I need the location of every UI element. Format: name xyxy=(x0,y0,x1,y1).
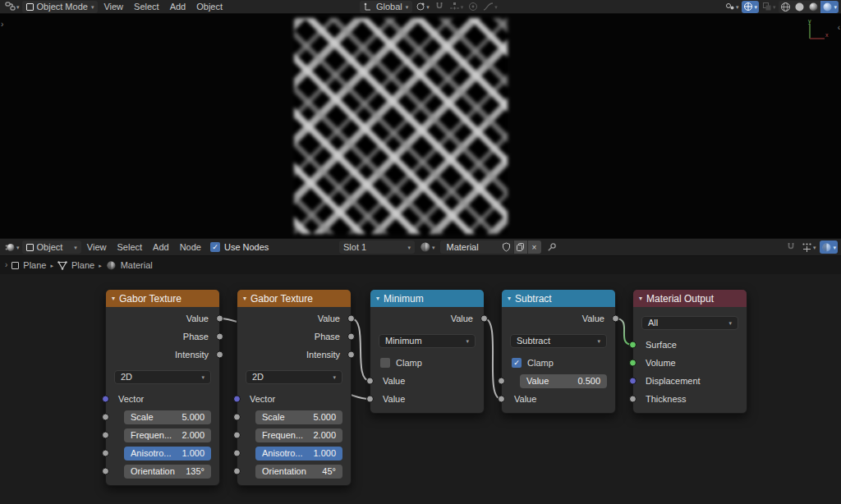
toolbar-toggle-arrow[interactable]: › xyxy=(1,21,3,29)
socket-anisotro[interactable] xyxy=(233,450,241,457)
node-gabor-texture-2-header[interactable]: ▾Gabor Texture xyxy=(237,290,351,307)
snap-pivot-button[interactable]: ▾ xyxy=(414,1,431,13)
frequen-field[interactable]: Frequen...2.000 xyxy=(124,428,211,442)
editor-type-button[interactable]: ▾ xyxy=(3,241,21,254)
show-gizmo-dropdown[interactable]: ▾ xyxy=(724,1,741,13)
breadcrumb-mesh[interactable]: Plane xyxy=(71,260,94,270)
node-subtract[interactable]: ▾SubtractValueSubtract▾✓ClampValue0.500V… xyxy=(501,289,616,414)
snap-target-dropdown[interactable]: ▾ xyxy=(448,1,466,13)
node-material-output-header[interactable]: ▾Material Output xyxy=(633,290,747,307)
shading-wireframe-button[interactable] xyxy=(779,1,793,13)
socket-orientation[interactable] xyxy=(102,468,109,475)
minimum-dropdown[interactable]: Minimum▾ xyxy=(379,334,476,348)
axis-gizmo[interactable]: y x xyxy=(803,19,831,47)
mode-selector[interactable]: Object Mode ▾ xyxy=(22,1,99,13)
collapse-chevron-icon[interactable]: ▾ xyxy=(112,296,115,302)
pin-button[interactable] xyxy=(547,242,557,252)
anisotro-field[interactable]: Anisotro...1.000 xyxy=(255,447,342,460)
subtract-dropdown[interactable]: Subtract▾ xyxy=(510,334,607,348)
editor-type-button[interactable]: ▾ xyxy=(3,1,21,13)
overlays-dropdown[interactable]: ▾ xyxy=(742,1,759,13)
node-minimum-header[interactable]: ▾Minimum xyxy=(370,290,484,307)
socket-value[interactable] xyxy=(498,378,505,385)
socket-value[interactable] xyxy=(366,378,374,385)
menu-select[interactable]: Select xyxy=(129,2,164,11)
breadcrumb-material[interactable]: Material xyxy=(121,260,153,270)
material-slot-dropdown[interactable]: Slot 1 ▾ xyxy=(339,241,415,254)
anisotro-field[interactable]: Anisotro...1.000 xyxy=(124,447,211,460)
socket-displacement[interactable] xyxy=(629,378,636,385)
shading-rendered-button[interactable]: ▾ xyxy=(820,1,839,13)
menu-node[interactable]: Node xyxy=(175,242,206,252)
node-gabor-texture-2[interactable]: ▾Gabor TextureValuePhaseIntensity2D▾Vect… xyxy=(237,289,352,486)
proportional-editing-toggle[interactable] xyxy=(466,1,480,13)
sidebar-toggle-arrow[interactable]: ‹ xyxy=(838,24,840,32)
socket-intensity[interactable] xyxy=(216,351,223,359)
socket-intensity[interactable] xyxy=(347,351,355,359)
viewport-3d[interactable]: › ‹ y x xyxy=(0,14,841,238)
menu-add[interactable]: Add xyxy=(148,242,174,252)
node-material-output[interactable]: ▾Material OutputAll▾SurfaceVolumeDisplac… xyxy=(632,289,747,414)
material-name-field[interactable]: Material xyxy=(440,242,499,252)
socket-vector[interactable] xyxy=(233,396,241,403)
orientation-field[interactable]: Orientation45° xyxy=(255,465,342,479)
socket-phase[interactable] xyxy=(216,333,223,341)
material-browse-button[interactable]: ▾ xyxy=(418,241,437,254)
socket-thickness[interactable] xyxy=(629,396,636,403)
checkbox-checked-icon[interactable]: ✓ xyxy=(512,358,522,368)
socket-value[interactable] xyxy=(498,396,505,403)
shading-solid-button[interactable] xyxy=(793,1,807,13)
collapse-chevron-icon[interactable]: ▾ xyxy=(639,296,642,302)
xray-toggle[interactable]: ▾ xyxy=(761,1,778,13)
node-minimum[interactable]: ▾MinimumValueMinimum▾ClampValueValue xyxy=(370,289,485,414)
collapse-chevron-icon[interactable]: ▾ xyxy=(508,296,511,302)
node-gabor-texture-1[interactable]: ▾Gabor TextureValuePhaseIntensity2D▾Vect… xyxy=(105,289,220,486)
snap-target-dropdown[interactable]: ▾ xyxy=(800,241,818,254)
proportional-falloff-dropdown[interactable]: ▾ xyxy=(481,1,499,13)
collapse-chevron-icon[interactable]: ▾ xyxy=(243,296,246,302)
scale-field[interactable]: Scale5.000 xyxy=(124,410,211,424)
socket-anisotro[interactable] xyxy=(102,450,109,457)
socket-value[interactable] xyxy=(366,396,374,403)
node-gabor-texture-1-header[interactable]: ▾Gabor Texture xyxy=(106,290,219,307)
socket-scale[interactable] xyxy=(102,414,109,421)
node-subtract-header[interactable]: ▾Subtract xyxy=(502,290,615,307)
scale-field[interactable]: Scale5.000 xyxy=(255,410,342,424)
menu-object[interactable]: Object xyxy=(191,2,227,11)
2d-dropdown[interactable]: 2D▾ xyxy=(246,370,342,384)
socket-value[interactable] xyxy=(612,315,619,323)
breadcrumb-toggle-arrow[interactable]: › xyxy=(5,261,7,269)
unlink-material-button[interactable]: × xyxy=(527,241,541,254)
preview-shading-dropdown[interactable]: ▾ xyxy=(820,241,838,254)
snap-toggle[interactable] xyxy=(784,241,797,254)
socket-value[interactable] xyxy=(347,315,355,323)
fake-user-button[interactable] xyxy=(499,241,513,254)
2d-dropdown[interactable]: 2D▾ xyxy=(114,370,211,384)
value-field[interactable]: Value0.500 xyxy=(520,374,607,388)
socket-frequen[interactable] xyxy=(102,432,109,439)
menu-view[interactable]: View xyxy=(82,242,112,252)
orientation-field[interactable]: Orientation135° xyxy=(124,465,211,479)
socket-vector[interactable] xyxy=(102,396,109,403)
socket-frequen[interactable] xyxy=(233,432,241,439)
all-dropdown[interactable]: All▾ xyxy=(641,316,738,330)
socket-surface[interactable] xyxy=(629,341,636,349)
socket-value[interactable] xyxy=(480,315,488,323)
breadcrumb-object[interactable]: Plane xyxy=(23,260,46,270)
socket-scale[interactable] xyxy=(233,414,241,421)
checkbox-unchecked-icon[interactable] xyxy=(380,358,390,368)
use-nodes-toggle[interactable]: ✓ Use Nodes xyxy=(210,242,269,252)
frequen-field[interactable]: Frequen...2.000 xyxy=(255,428,342,442)
shader-type-selector[interactable]: Object ▾ xyxy=(22,241,81,254)
menu-select[interactable]: Select xyxy=(112,242,147,252)
collapse-chevron-icon[interactable]: ▾ xyxy=(376,296,379,302)
socket-phase[interactable] xyxy=(347,333,355,341)
socket-value[interactable] xyxy=(216,315,223,323)
socket-volume[interactable] xyxy=(629,360,636,367)
node-editor-canvas[interactable]: ▾Gabor TextureValuePhaseIntensity2D▾Vect… xyxy=(0,274,841,504)
transform-orientation-dropdown[interactable]: Global ▾ xyxy=(360,1,412,13)
menu-view[interactable]: View xyxy=(99,2,128,11)
new-material-button[interactable] xyxy=(513,241,527,254)
menu-add[interactable]: Add xyxy=(165,2,191,11)
snap-toggle[interactable] xyxy=(433,1,446,13)
